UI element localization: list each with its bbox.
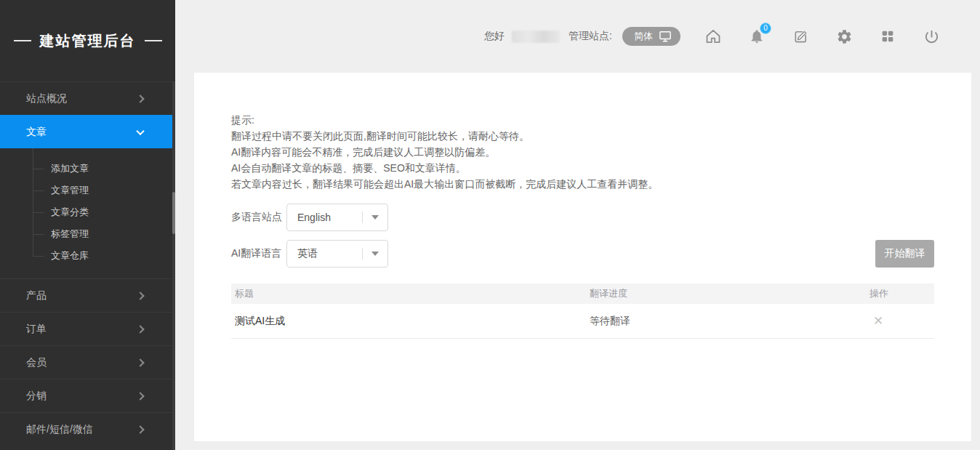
cell-action xyxy=(866,315,934,327)
sidebar-item-orders[interactable]: 订单 xyxy=(0,312,175,345)
notification-badge: 0 xyxy=(760,23,771,34)
sidebar-item-articles[interactable]: 文章 xyxy=(0,115,175,148)
chevron-right-icon xyxy=(136,358,144,366)
sidebar-item-products[interactable]: 产品 xyxy=(0,278,175,312)
sidebar-item-mail-sms-wechat[interactable]: 邮件/短信/微信 xyxy=(0,412,175,446)
tips-title: 提示: xyxy=(231,112,934,128)
multilang-site-value: English xyxy=(287,212,362,223)
sidebar-item-label: 文章 xyxy=(26,126,47,139)
chevron-right-icon xyxy=(136,292,144,300)
multilang-site-row: 多语言站点 English xyxy=(231,204,934,231)
sidebar-item-label: 产品 xyxy=(26,289,47,302)
ai-language-select[interactable]: 英语 xyxy=(286,240,388,268)
col-header-progress: 翻译进度 xyxy=(586,287,866,300)
chevron-right-icon xyxy=(136,425,144,433)
settings-gear-icon[interactable] xyxy=(835,28,853,45)
caret-area xyxy=(363,252,387,256)
sidebar-submenu: 添加文章 文章管理 文章分类 标签管理 文章仓库 xyxy=(0,148,175,278)
ai-language-row: AI翻译语言 英语 xyxy=(231,240,934,268)
sidebar-item-label: 订单 xyxy=(26,323,47,336)
main-column: 您好 管理站点: 简体 0 xyxy=(175,0,980,450)
translation-panel: 提示: 翻译过程中请不要关闭此页面,翻译时间可能比较长，请耐心等待。 AI翻译内… xyxy=(194,73,971,441)
sidebar-item-label: 会员 xyxy=(26,356,47,369)
sidebar-scrollbar-thumb[interactable] xyxy=(172,192,175,234)
chevron-right-icon xyxy=(136,95,144,103)
multilang-site-label: 多语言站点 xyxy=(231,211,286,224)
delete-icon[interactable] xyxy=(869,315,883,327)
start-translate-button[interactable]: 开始翻译 xyxy=(875,240,934,268)
notifications-bell-icon[interactable]: 0 xyxy=(748,28,766,45)
sidebar-item-label: 分销 xyxy=(26,390,47,403)
caret-down-icon xyxy=(371,215,379,220)
chevron-down-icon xyxy=(136,126,144,134)
caret-area xyxy=(363,215,387,220)
ai-language-value: 英语 xyxy=(287,247,362,260)
tips-line: 翻译过程中请不要关闭此页面,翻译时间可能比较长，请耐心等待。 xyxy=(231,128,934,144)
chevron-right-icon xyxy=(136,325,144,333)
power-logout-icon[interactable] xyxy=(923,28,940,45)
cell-article-title: 测试AI生成 xyxy=(231,315,586,328)
submenu-item-tag-manage[interactable]: 标签管理 xyxy=(0,223,175,245)
tips-line: 若文章内容过长，翻译结果可能会超出AI最大输出窗口而被截断，完成后建议人工查看并… xyxy=(231,176,934,192)
sidebar-submenu-wrap: 添加文章 文章管理 文章分类 标签管理 文章仓库 xyxy=(0,148,175,278)
table-row: 测试AI生成 等待翻译 xyxy=(231,304,934,339)
table-header-row: 标题 翻译进度 操作 xyxy=(231,284,934,304)
sidebar-item-label: 邮件/短信/微信 xyxy=(26,423,93,436)
col-header-title: 标题 xyxy=(231,287,586,300)
col-header-action: 操作 xyxy=(866,287,934,300)
submenu-item-article-repo[interactable]: 文章仓库 xyxy=(0,245,175,267)
monitor-icon xyxy=(659,31,672,42)
tips-line: AI会自动翻译文章的标题、摘要、SEO和文章详情。 xyxy=(231,160,934,176)
cell-translate-progress: 等待翻译 xyxy=(586,315,866,328)
sidebar-item-label: 站点概况 xyxy=(26,92,67,105)
translation-table: 标题 翻译进度 操作 测试AI生成 等待翻译 xyxy=(231,284,934,339)
greeting-text: 您好 xyxy=(484,30,505,43)
ai-language-label: AI翻译语言 xyxy=(231,247,286,260)
content-area: 提示: 翻译过程中请不要关闭此页面,翻译时间可能比较长，请耐心等待。 AI翻译内… xyxy=(175,73,980,450)
manage-site-label: 管理站点: xyxy=(569,30,612,43)
sidebar-menu: 站点概况 文章 添加文章 文章管理 文章分类 标签管理 文章仓库 产品 订单 会… xyxy=(0,81,175,446)
tips-block: 提示: 翻译过程中请不要关闭此页面,翻译时间可能比较长，请耐心等待。 AI翻译内… xyxy=(231,112,934,192)
edit-icon[interactable] xyxy=(792,28,809,45)
submenu-item-article-category[interactable]: 文章分类 xyxy=(0,201,175,223)
chevron-right-icon xyxy=(136,392,144,400)
app-title: 建站管理后台 xyxy=(0,0,175,81)
top-bar: 您好 管理站点: 简体 0 xyxy=(175,0,980,73)
submenu-item-add-article[interactable]: 添加文章 xyxy=(0,158,175,180)
sidebar-item-distribution[interactable]: 分销 xyxy=(0,379,175,412)
sidebar: 建站管理后台 站点概况 文章 添加文章 文章管理 文章分类 标签管理 文章仓库 … xyxy=(0,0,175,450)
site-language-label: 简体 xyxy=(634,30,653,43)
sidebar-scrollbar-track xyxy=(172,81,175,450)
home-icon[interactable] xyxy=(704,28,722,45)
tips-line: AI翻译内容可能会不精准，完成后建议人工调整以防偏差。 xyxy=(231,144,934,160)
submenu-item-article-manage[interactable]: 文章管理 xyxy=(0,180,175,201)
top-icon-group: 0 xyxy=(704,28,940,45)
sidebar-item-members[interactable]: 会员 xyxy=(0,345,175,379)
sidebar-item-site-overview[interactable]: 站点概况 xyxy=(0,81,175,115)
multilang-site-select[interactable]: English xyxy=(286,204,388,231)
apps-grid-icon[interactable] xyxy=(879,28,896,45)
caret-down-icon xyxy=(371,252,379,256)
site-language-button[interactable]: 简体 xyxy=(622,27,680,46)
username-redacted xyxy=(512,31,560,43)
